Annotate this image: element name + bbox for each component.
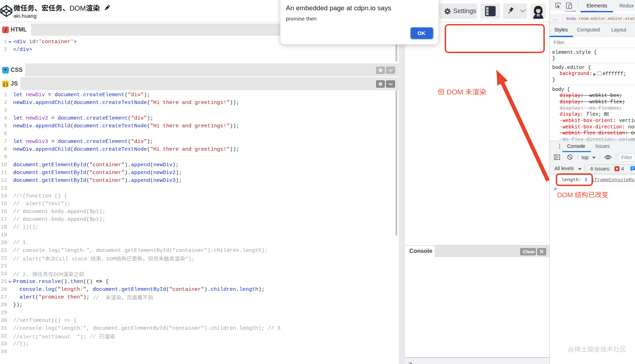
svg-text:(): () [3,82,8,87]
svg-text:*: * [5,67,7,73]
